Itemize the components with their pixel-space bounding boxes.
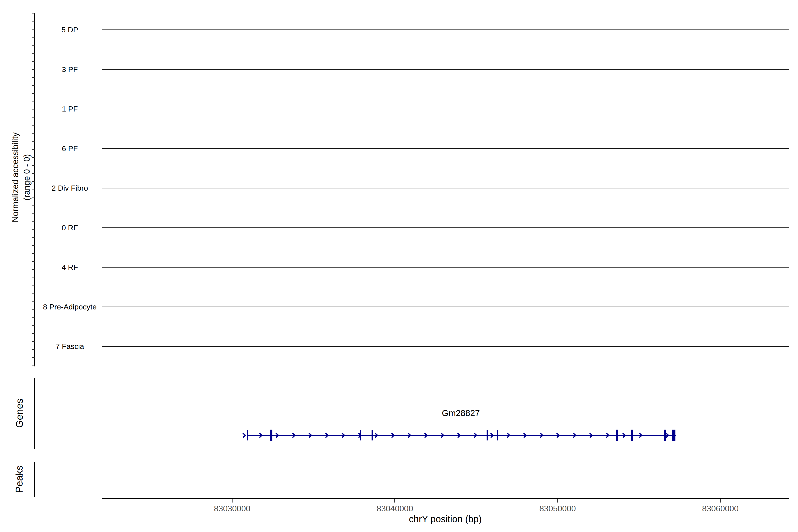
genome-track-figure: Normalized accessibility (range 0 - 0) 5… [0, 0, 798, 532]
gene-track-svg [0, 0, 798, 532]
x-axis-tick-label: 83060000 [685, 504, 756, 513]
peaks-section-label: Peaks [13, 433, 25, 526]
x-axis-tick [394, 499, 395, 502]
x-axis-tick [232, 499, 232, 502]
gene-exon-thick [270, 430, 272, 441]
gene-exon-thin [487, 430, 488, 440]
peaks-bracket-line [34, 462, 35, 497]
x-axis-line [102, 498, 789, 499]
gene-exon-thick [672, 430, 676, 441]
gene-exon-thick [631, 430, 633, 441]
gene-exon-thin [360, 430, 361, 440]
gene-exon-thin [247, 430, 248, 440]
gene-direction-arrow-icon [243, 433, 245, 438]
x-axis-tick [720, 499, 721, 502]
x-axis-title: chrY position (bp) [357, 514, 534, 525]
x-axis-tick-label: 83040000 [359, 504, 430, 513]
x-axis-tick-label: 83030000 [197, 504, 268, 513]
gene-exon-thin [372, 430, 373, 440]
x-axis-tick [557, 499, 558, 502]
gene-exon-thin [497, 430, 498, 440]
gene-exon-thick [664, 430, 666, 441]
gene-exon-thick [616, 430, 618, 441]
x-axis-tick-label: 83050000 [522, 504, 593, 513]
